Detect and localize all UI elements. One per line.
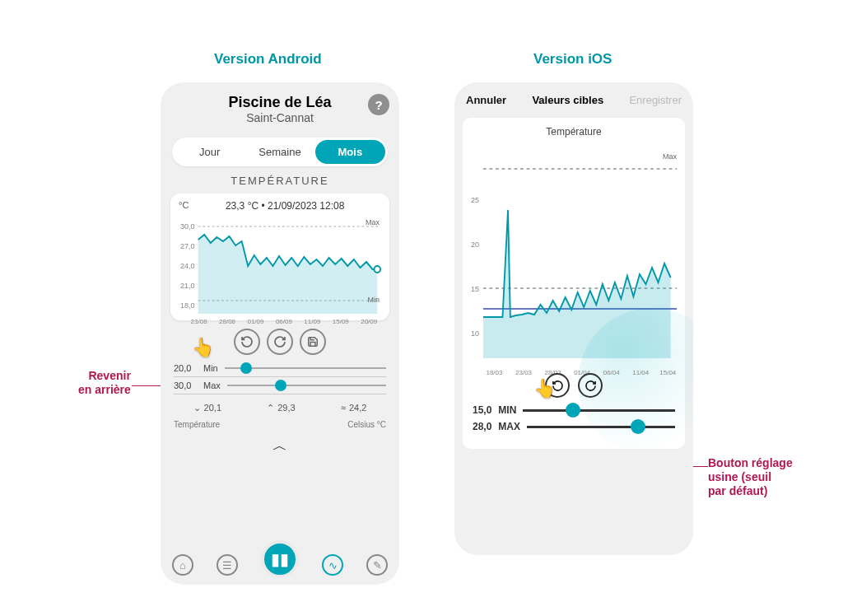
cursor-hand-icon: 👆 [192,337,214,358]
min-label-text: Min [203,363,218,373]
ios-version-label: Version iOS [533,51,612,68]
ytick: 24,0 [180,262,195,270]
ios-chart[interactable]: Max 25 20 15 10 18/03 23/03 28/03 01/04 … [469,144,678,366]
tab-trends-icon[interactable]: ∿ [322,554,343,576]
xtick: 23/08 [191,318,207,325]
ytick: 15 [471,285,479,293]
xtick: 11/09 [304,318,320,325]
min-value: 20,0 [174,363,197,373]
ytick: 30,0 [180,222,195,231]
max-threshold-slider[interactable]: 30,0 Max [174,377,386,394]
ytick: 20 [471,240,479,249]
tab-day[interactable]: Jour [175,140,245,164]
xtick: 15/09 [333,318,349,325]
max-value: 28,0 [473,421,491,432]
xtick: 06/09 [276,318,292,325]
tab-chat-icon[interactable]: ☰ [217,554,238,576]
stat-avg: 24,2 [341,403,366,413]
pool-location: Saint-Cannat [170,111,389,124]
svg-point-2 [374,266,380,273]
undo-button[interactable] [545,373,570,398]
ios-screen: Annuler Valeurs cibles Enregistrer Tempé… [454,82,693,555]
current-reading: 23,3 °C • 21/09/2023 12:08 [226,200,344,212]
ytick: 21,0 [180,282,195,290]
cancel-button[interactable]: Annuler [466,94,506,106]
min-threshold-slider[interactable]: 20,0 Min [174,360,386,377]
max-label: Max [366,218,380,226]
ios-subtitle: Température [469,126,678,138]
help-button[interactable]: ? [368,94,389,115]
android-screen: Piscine de Léa Saint-Cannat ? Jour Semai… [161,82,399,585]
ytick: 10 [471,329,479,338]
ios-title: Valeurs cibles [532,94,603,106]
tab-settings-icon[interactable]: ✎ [366,554,388,576]
reset-factory-button[interactable] [267,329,293,355]
save-button[interactable] [300,329,326,355]
stat-max: 29,3 [267,403,295,413]
max-label: Max [663,152,677,161]
callout-back: Revenir en arrière [78,369,131,397]
unit-full: Celsius °C [347,420,386,429]
temperature-chart-card: °C 23,3 °C • 21/09/2023 12:08 Max Min 30… [170,194,389,320]
xtick: 20/09 [361,318,377,325]
min-value: 15,0 [473,404,491,416]
save-button[interactable]: Enregistrer [629,94,682,106]
tab-center-action[interactable]: ▮▮ [261,540,299,578]
pool-title: Piscine de Léa [170,94,389,111]
bottom-tabbar: ⌂ ☰ ▮▮ ∿ ✎ [161,552,399,578]
max-label-text: Max [203,380,221,390]
period-segmented: Jour Semaine Mois [172,138,388,166]
android-version-label: Version Android [214,51,322,68]
xtick: 01/09 [247,318,263,325]
tab-month[interactable]: Mois [315,140,385,164]
measure-name: Température [174,420,220,429]
tab-week[interactable]: Semaine [245,140,314,164]
ytick: 27,0 [180,242,195,250]
expand-chevron-icon[interactable]: ︿ [161,436,399,455]
reset-factory-button[interactable] [578,373,603,398]
max-value: 30,0 [174,380,197,390]
callout-factory: Bouton réglage usine (seuil par défaut) [708,456,793,497]
min-label-text: MIN [498,404,516,416]
unit-label: °C [179,200,189,210]
undo-button[interactable] [234,329,260,355]
xtick: 28/08 [219,318,235,325]
stat-min: 20,1 [193,403,221,413]
panel-title-temperature: TEMPÉRATURE [161,175,399,187]
tab-home-icon[interactable]: ⌂ [172,554,193,576]
ytick: 18,0 [180,301,195,310]
ytick: 25 [471,196,479,204]
max-label-text: MAX [498,421,520,432]
min-label: Min [367,296,380,304]
android-chart[interactable]: Max Min 30,0 27,0 24,0 21,0 18,0 23/08 2… [179,217,381,315]
